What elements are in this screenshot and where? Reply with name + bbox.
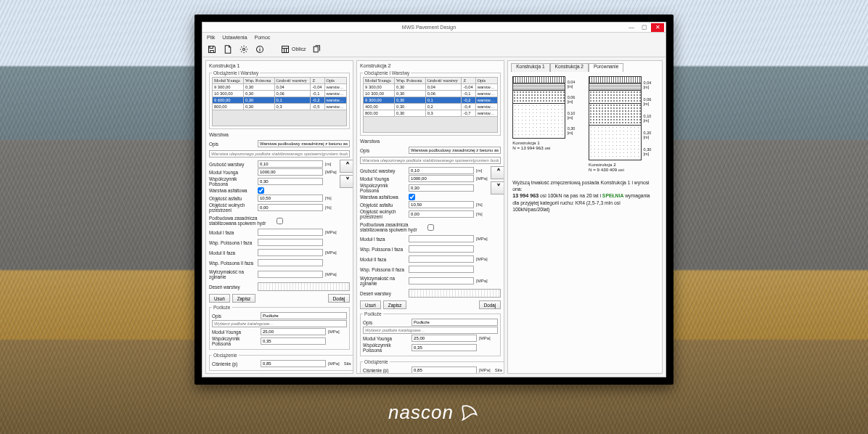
opis-input[interactable]: [258, 140, 350, 147]
podloze-opis-input[interactable]: [412, 319, 498, 326]
maximize-button[interactable]: ▢: [638, 23, 651, 32]
new-file-icon[interactable]: [223, 44, 233, 54]
summary-text: Wyższą trwałość zmęczeniową posiada Kons…: [511, 179, 659, 213]
poisson-input[interactable]: [258, 178, 323, 185]
layer-block: [513, 90, 564, 103]
move-up-button[interactable]: ˄: [491, 166, 504, 179]
zapisz-button[interactable]: Zapisz: [232, 294, 256, 303]
calculate-button[interactable]: Oblicz: [281, 44, 306, 54]
zapisz-button[interactable]: Zapisz: [383, 300, 407, 309]
tab-k1[interactable]: Konstrukcja 1: [511, 63, 549, 72]
logo-text: nascon: [388, 401, 454, 424]
podloze-modul-input[interactable]: [412, 335, 477, 342]
grubosc-input[interactable]: [258, 160, 323, 168]
move-up-button[interactable]: ˄: [340, 160, 353, 173]
diagram-row: 0,04 [m]0,06 [m]0,10 [m]0,30 [m]Konstruk…: [511, 73, 659, 175]
table-row[interactable]: 9 300,000,300,04-0,04warstw…: [364, 84, 498, 91]
menu-plik[interactable]: Plik: [207, 35, 215, 40]
titlebar: MWS Pavement Design — ▢ ✕: [202, 22, 666, 33]
pattern-selector[interactable]: [258, 282, 350, 291]
subinfo-input[interactable]: [209, 150, 350, 157]
subinfo-input[interactable]: [360, 157, 501, 164]
podloze-modul-input[interactable]: [261, 328, 326, 335]
app-window: MWS Pavement Design — ▢ ✕ Plik Ustawieni…: [202, 22, 666, 377]
copy-icon[interactable]: [311, 44, 322, 54]
monitor-frame: MWS Pavement Design — ▢ ✕ Plik Ustawieni…: [195, 15, 673, 385]
cisnienie-input[interactable]: [412, 367, 477, 374]
poisson-input[interactable]: [409, 184, 474, 192]
layer-block: [513, 77, 564, 83]
modul-input[interactable]: [409, 175, 474, 182]
pattern-selector[interactable]: [409, 289, 501, 298]
obj-asfalt-input[interactable]: [409, 201, 474, 208]
obj-asfalt-input[interactable]: [258, 195, 323, 202]
layer-block: [513, 103, 564, 138]
dodaj-button[interactable]: Dodaj: [479, 300, 501, 309]
minimize-button[interactable]: —: [625, 23, 638, 32]
obj-wolne-input[interactable]: [258, 204, 323, 211]
table-row[interactable]: 9 600,000,300,1-0,2warstw…: [213, 97, 347, 104]
table-row[interactable]: 400,000,300,2-0,4warstw…: [364, 104, 498, 110]
menu-ustawienia[interactable]: Ustawienia: [222, 35, 247, 40]
layer-block: [589, 103, 640, 125]
move-down-button[interactable]: ˅: [340, 175, 353, 188]
logo-icon: [459, 403, 480, 423]
dodaj-button[interactable]: Dodaj: [328, 294, 350, 303]
panel-comparison: Konstrukcja 1 Konstrukcja 2 Porównanie 0…: [507, 60, 663, 374]
podbudowa-check[interactable]: [277, 218, 283, 224]
panel-konstrukcja-2: Konstrukcja 2Obciążenie i WarstwyModuł Y…: [356, 60, 504, 374]
podloze-opis-input[interactable]: [261, 312, 347, 319]
toolbar: Oblicz: [202, 41, 666, 57]
table-row[interactable]: 9 300,000,300,1-0,2warstw…: [364, 97, 498, 104]
menubar: Plik Ustawienia Pomoc: [202, 33, 666, 41]
comparison-tabs: Konstrukcja 1 Konstrukcja 2 Porównanie: [511, 63, 659, 72]
svg-rect-2: [282, 46, 289, 52]
table-row[interactable]: 10 300,000,300,06-0,1warstw…: [213, 91, 347, 97]
modul-input[interactable]: [258, 168, 323, 176]
close-button[interactable]: ✕: [651, 23, 664, 32]
table-row[interactable]: 9 300,000,300,04-0,04warstw…: [213, 84, 347, 91]
diagram-diag1: 0,04 [m]0,06 [m]0,10 [m]0,30 [m]Konstruk…: [512, 76, 581, 172]
svg-point-0: [243, 48, 245, 50]
save-icon[interactable]: [207, 44, 217, 54]
usun-button[interactable]: Usuń: [360, 300, 381, 309]
opis-input[interactable]: [409, 147, 501, 154]
info-icon[interactable]: [255, 44, 265, 54]
grubosc-input[interactable]: [409, 167, 474, 174]
asfalt-check[interactable]: [258, 187, 264, 194]
menu-pomoc[interactable]: Pomoc: [255, 35, 271, 40]
podbudowa-check[interactable]: [427, 224, 434, 231]
cisnienie-input[interactable]: [261, 360, 326, 367]
layer-block: [589, 83, 640, 90]
svg-rect-3: [314, 46, 319, 52]
obj-wolne-input[interactable]: [409, 210, 474, 218]
podloze-catalog-input[interactable]: [363, 327, 498, 334]
tab-compare[interactable]: Porównanie: [589, 63, 623, 72]
layer-block: [589, 125, 640, 160]
panel-konstrukcja-1: Konstrukcja 1Obciążenie i WarstwyModuł Y…: [205, 60, 353, 374]
layer-block: [589, 77, 640, 83]
layer-block: [513, 83, 564, 90]
usun-button[interactable]: Usuń: [209, 294, 230, 303]
podloze-catalog-input[interactable]: [212, 320, 347, 327]
layer-grid[interactable]: Moduł YoungaWsp. PoissonaGrubość warstwy…: [212, 77, 347, 110]
diagram-diag2: 0,04 [m]0,06 [m]0,10 [m]0,20 [m]0,30 [m]…: [589, 76, 658, 172]
window-title: MWS Pavement Design: [233, 25, 625, 30]
table-row[interactable]: 10 300,000,300,06-0,1warstw…: [364, 91, 498, 97]
nascon-logo: nascon: [388, 401, 480, 424]
podloze-poisson-input[interactable]: [412, 344, 477, 351]
tab-k2[interactable]: Konstrukcja 2: [550, 63, 589, 72]
podloze-poisson-input[interactable]: [261, 337, 326, 345]
table-row[interactable]: 800,000,300,3-0,7warstw…: [364, 110, 498, 117]
layer-block: [589, 90, 640, 103]
gear-icon[interactable]: [239, 44, 249, 54]
layer-grid[interactable]: Moduł YoungaWsp. PoissonaGrubość warstwy…: [363, 77, 498, 117]
asfalt-check[interactable]: [409, 194, 415, 200]
table-row[interactable]: 800,000,300,3-0,5warstw…: [213, 104, 347, 110]
content-area: Konstrukcja 1Obciążenie i WarstwyModuł Y…: [202, 57, 666, 377]
move-down-button[interactable]: ˅: [491, 181, 504, 195]
